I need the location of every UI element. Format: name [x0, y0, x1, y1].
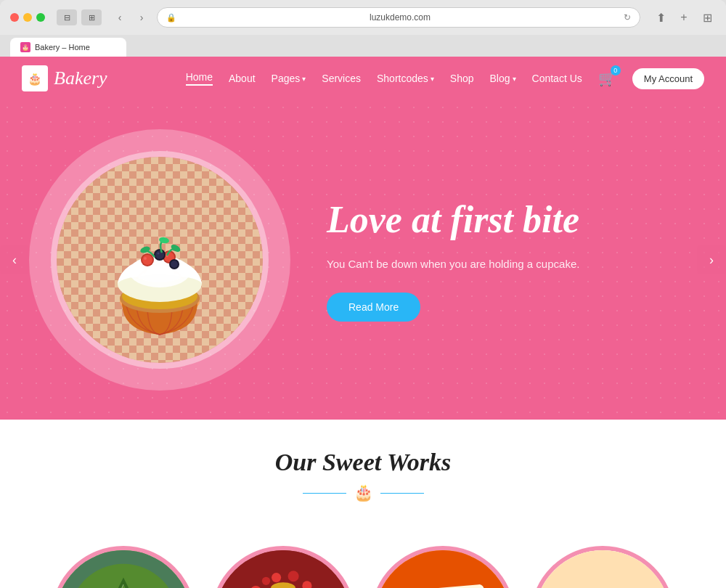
nav-item-home[interactable]: Home [186, 71, 213, 86]
website-content: 🎂 Bakery Home About Pages ▾ Services Sho… [0, 57, 726, 588]
my-account-button[interactable]: My Account [632, 68, 704, 89]
nav-item-pages[interactable]: Pages ▾ [272, 73, 306, 84]
grid-btn[interactable]: ⊞ [698, 9, 716, 26]
sweet-works-section: Our Sweet Works 🎂 [0, 420, 726, 588]
work-image-1 [55, 550, 192, 588]
traffic-light-yellow[interactable] [23, 13, 32, 22]
hero-read-more-button[interactable]: Read More [327, 293, 420, 322]
logo-text: Bakery [54, 68, 107, 89]
section-divider: 🎂 [22, 483, 704, 502]
site-logo[interactable]: 🎂 Bakery [22, 65, 107, 91]
works-grid [22, 524, 704, 588]
svg-rect-46 [375, 550, 511, 588]
work-item-4[interactable] [530, 546, 675, 588]
window-minimize-btn[interactable]: ⊟ [57, 9, 77, 25]
svg-rect-53 [534, 550, 671, 588]
pages-caret: ▾ [302, 75, 306, 83]
refresh-btn[interactable]: ↻ [624, 12, 631, 23]
new-tab-btn[interactable]: + [675, 9, 693, 26]
nav-item-blog[interactable]: Blog ▾ [490, 73, 516, 84]
cart-badge: 0 [611, 65, 621, 75]
hero-subtitle: You Can't be down when you are holding a… [327, 256, 704, 273]
url-bar[interactable]: 🔒 luzukdemo.com ↻ [157, 7, 640, 28]
nav-item-about[interactable]: About [229, 73, 256, 84]
hero-image-container [22, 122, 298, 398]
svg-point-18 [158, 253, 160, 255]
blog-caret: ▾ [513, 75, 516, 83]
traffic-light-green[interactable] [36, 13, 45, 22]
logo-icon: 🎂 [22, 65, 48, 91]
svg-point-41 [288, 571, 299, 581]
traffic-light-red[interactable] [10, 13, 19, 22]
nav-item-shortcodes[interactable]: Shortcodes ▾ [377, 73, 434, 84]
hero-content: Love at first bite You Can't be down whe… [298, 198, 704, 322]
nav-item-services[interactable]: Services [322, 73, 361, 84]
svg-point-12 [144, 257, 147, 260]
hero-title: Love at first bite [327, 198, 704, 242]
svg-point-39 [262, 577, 270, 585]
divider-line-right [380, 493, 424, 494]
window-tile-btn[interactable]: ⊞ [81, 9, 102, 25]
url-text: luzukdemo.com [181, 12, 619, 23]
site-header: 🎂 Bakery Home About Pages ▾ Services Sho… [0, 57, 726, 100]
browser-back-btn[interactable]: ‹ [110, 9, 129, 25]
browser-forward-btn[interactable]: › [132, 9, 151, 25]
work-image-3 [375, 550, 511, 588]
browser-tab[interactable]: 🎂 Bakery – Home [10, 38, 126, 57]
svg-point-11 [142, 255, 152, 265]
work-item-2[interactable] [211, 546, 356, 588]
hero-section: ‹ [0, 100, 726, 420]
share-btn[interactable]: ⬆ [652, 9, 669, 26]
slider-next-button[interactable]: › [697, 245, 726, 274]
cart-button[interactable]: 🛒 0 [598, 70, 616, 87]
nav-item-shop[interactable]: Shop [450, 73, 474, 84]
hero-image [51, 151, 269, 369]
lock-icon: 🔒 [166, 13, 176, 23]
section-title: Our Sweet Works [22, 449, 704, 476]
tab-label: Bakery – Home [35, 43, 90, 52]
svg-point-40 [272, 573, 281, 582]
nav-item-contact[interactable]: Contact Us [532, 73, 582, 84]
site-nav: Home About Pages ▾ Services Shortcodes ▾… [186, 68, 704, 89]
shortcodes-caret: ▾ [431, 75, 434, 83]
work-item-3[interactable] [370, 546, 515, 588]
work-item-1[interactable] [51, 546, 196, 588]
divider-line-left [303, 493, 346, 494]
work-image-4 [534, 550, 671, 588]
divider-cake-icon: 🎂 [354, 483, 373, 502]
svg-point-17 [155, 250, 164, 259]
tab-favicon: 🎂 [20, 42, 30, 52]
svg-point-20 [171, 261, 178, 268]
work-image-2 [215, 550, 351, 588]
